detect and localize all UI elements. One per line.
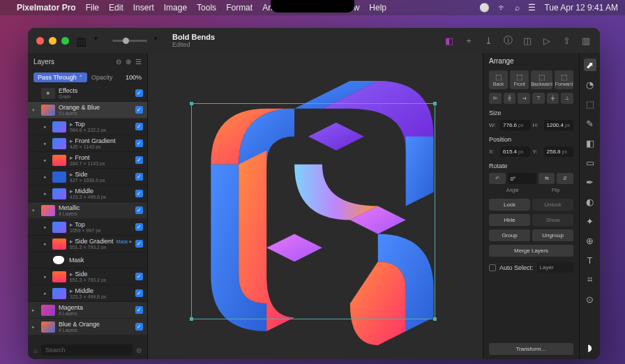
sidebar-toggle-icon[interactable]: ▥ xyxy=(76,35,87,46)
bring-to-front-button[interactable]: ⬚Front xyxy=(510,70,529,89)
color-adjust-icon[interactable]: ◧ xyxy=(444,35,455,46)
paint-tool-icon[interactable]: ✎ xyxy=(584,117,596,130)
visibility-checkbox[interactable]: ✓ xyxy=(135,139,143,147)
layer-menu-icon[interactable]: ☰ xyxy=(135,58,142,66)
repair-tool-icon[interactable]: ✦ xyxy=(584,215,596,227)
menu-file[interactable]: File xyxy=(86,3,99,13)
align-right-button[interactable]: ⫤ xyxy=(518,93,530,104)
search-icon[interactable]: ⌕ xyxy=(515,3,520,13)
crop-tool-icon[interactable]: ⌗ xyxy=(584,273,596,286)
selection-bounds[interactable] xyxy=(191,103,435,319)
visibility-checkbox[interactable]: ✓ xyxy=(135,190,143,197)
bring-forward-button[interactable]: ⬚Forward xyxy=(555,70,573,89)
disclosure-triangle-icon[interactable]: ▸ xyxy=(32,308,38,313)
zoom-slider[interactable] xyxy=(112,40,147,42)
layer-group-blue-orange[interactable]: ▸ Blue & Orange4 Layers ✓ xyxy=(28,319,147,335)
disclosure-triangle-icon[interactable]: ▾ xyxy=(32,208,38,213)
visibility-checkbox[interactable]: ✓ xyxy=(135,273,143,280)
layer-middle-2[interactable]: ● ▸ Middle323.3 × 499.8 px ✓ xyxy=(28,285,147,302)
close-window-button[interactable] xyxy=(36,37,44,45)
auto-select-checkbox[interactable] xyxy=(489,264,496,271)
style-tool-icon[interactable]: ◔ xyxy=(584,78,596,91)
layer-visibility-icon[interactable]: ⊖ xyxy=(116,58,121,66)
wifi-icon[interactable]: ⚪ xyxy=(479,3,490,13)
x-field[interactable]: 615.4px xyxy=(500,146,530,157)
group-button[interactable]: Group xyxy=(489,229,530,241)
angle-field[interactable]: 0° xyxy=(508,173,536,184)
align-middle-button[interactable]: ╪ xyxy=(547,93,559,104)
layer-top-2[interactable]: ● ▸ Top1059 × 967 px ✓ xyxy=(28,219,147,236)
height-field[interactable]: 1200.4px xyxy=(544,120,574,130)
menu-image[interactable]: Image xyxy=(164,3,187,13)
color-tool-icon[interactable]: ◐ xyxy=(584,195,596,208)
layer-side[interactable]: ● ▸ Side427 × 1036.6 px ✓ xyxy=(28,169,147,185)
unlock-button[interactable]: Unlock xyxy=(532,199,573,211)
layer-front-gradient[interactable]: ● ▸ Front Gradient420 × 1143 px ✓ xyxy=(28,135,147,152)
auto-select-mode[interactable]: Layer xyxy=(537,262,573,273)
erase-tool-icon[interactable]: ◧ xyxy=(584,137,596,149)
visibility-checkbox[interactable]: ✓ xyxy=(135,173,143,181)
control-center-icon[interactable]: ☰ xyxy=(528,3,536,13)
menu-help[interactable]: Help xyxy=(369,3,386,13)
zoom-tool-icon[interactable]: ⊙ xyxy=(584,293,596,305)
layer-effects[interactable]: ✦ EffectsGrain ✓ xyxy=(28,85,147,102)
layer-search-input[interactable] xyxy=(41,344,133,356)
visibility-checkbox[interactable]: ✓ xyxy=(135,223,143,231)
visibility-checkbox[interactable]: ✓ xyxy=(135,156,143,164)
layer-group-metallic[interactable]: ▾ Metallic4 Layers ✓ xyxy=(28,202,147,219)
align-bottom-button[interactable]: ⊥ xyxy=(561,93,573,104)
layer-front[interactable]: ● ▸ Front284.7 × 1143 px ✓ xyxy=(28,152,147,169)
type-tool-icon[interactable]: T xyxy=(584,254,596,266)
layer-side-gradient[interactable]: ● ▸ Side GradientMask ▾851.3 × 793.2 px … xyxy=(28,236,147,252)
visibility-checkbox[interactable]: ✓ xyxy=(135,89,143,97)
wifi-icon[interactable]: ᯤ xyxy=(498,3,506,13)
visibility-checkbox[interactable]: ✓ xyxy=(135,240,143,248)
blend-mode-select[interactable]: Pass Through⌃ xyxy=(33,73,87,82)
visibility-checkbox[interactable]: ✓ xyxy=(135,106,143,114)
visibility-checkbox[interactable]: ✓ xyxy=(135,206,143,214)
mask-link[interactable]: Mask xyxy=(116,239,128,244)
disclosure-triangle-icon[interactable]: ▸ xyxy=(32,324,38,330)
menu-format[interactable]: Format xyxy=(226,3,253,13)
lock-button[interactable]: Lock xyxy=(489,199,530,211)
send-to-back-button[interactable]: ⬚Back xyxy=(489,70,508,89)
visibility-checkbox[interactable]: ✓ xyxy=(135,306,143,314)
preview-icon[interactable]: ▷ xyxy=(541,35,552,46)
layer-top[interactable]: ● ▸ Top584.8 × 222.2 px ✓ xyxy=(28,119,147,135)
hide-button[interactable]: Hide xyxy=(489,214,530,226)
opacity-value[interactable]: 100% xyxy=(126,74,142,81)
show-button[interactable]: Show xyxy=(532,214,573,226)
y-field[interactable]: 258.8px xyxy=(544,146,574,157)
disclosure-triangle-icon[interactable]: ▾ xyxy=(32,107,38,113)
canvas[interactable] xyxy=(148,53,483,359)
align-left-button[interactable]: ⊫ xyxy=(489,93,502,104)
visibility-checkbox[interactable]: ✓ xyxy=(135,289,143,297)
info-icon[interactable]: ⓘ xyxy=(502,35,513,46)
layer-middle[interactable]: ● ▸ Middle423.3 × 499.8 px ✓ xyxy=(28,185,147,202)
flip-horizontal-button[interactable]: ⇋ xyxy=(539,173,555,184)
app-name[interactable]: Pixelmator Pro xyxy=(17,3,76,13)
inspector-toggle-icon[interactable]: ▥ xyxy=(580,35,592,46)
ungroup-button[interactable]: Ungroup xyxy=(532,229,573,241)
layer-mask[interactable]: Mask xyxy=(28,252,147,268)
width-field[interactable]: 776.6px xyxy=(500,120,530,130)
crop-icon[interactable]: ◫ xyxy=(522,35,533,46)
send-backward-button[interactable]: ⬚Backward xyxy=(531,70,552,89)
align-top-button[interactable]: ⊤ xyxy=(532,93,545,104)
filter-icon[interactable]: ⊜ xyxy=(136,347,142,354)
menu-edit[interactable]: Edit xyxy=(109,3,123,13)
share-icon[interactable]: ⇧ xyxy=(561,35,572,46)
shape-tool-icon[interactable]: ▭ xyxy=(584,156,596,169)
add-icon[interactable]: + xyxy=(463,35,474,46)
transform-button[interactable]: Transform… xyxy=(489,343,573,355)
chevron-down-icon[interactable]: ▾ xyxy=(154,35,165,46)
menu-insert[interactable]: Insert xyxy=(133,3,154,13)
layer-group-magenta[interactable]: ▸ Magenta4 Layers ✓ xyxy=(28,302,147,319)
chevron-down-icon[interactable]: ▾ xyxy=(94,35,105,46)
layer-side-2[interactable]: ● ▸ Side851.3 × 793.2 px ✓ xyxy=(28,268,147,285)
arrange-tool-icon[interactable]: ⬈ xyxy=(584,59,596,71)
flip-vertical-button[interactable]: ⇵ xyxy=(557,173,573,184)
export-icon[interactable]: ⤓ xyxy=(483,35,494,46)
layer-group-orange-blue[interactable]: ▾ Orange & Blue5 Layers ✓ xyxy=(28,102,147,119)
minimize-window-button[interactable] xyxy=(49,37,57,45)
